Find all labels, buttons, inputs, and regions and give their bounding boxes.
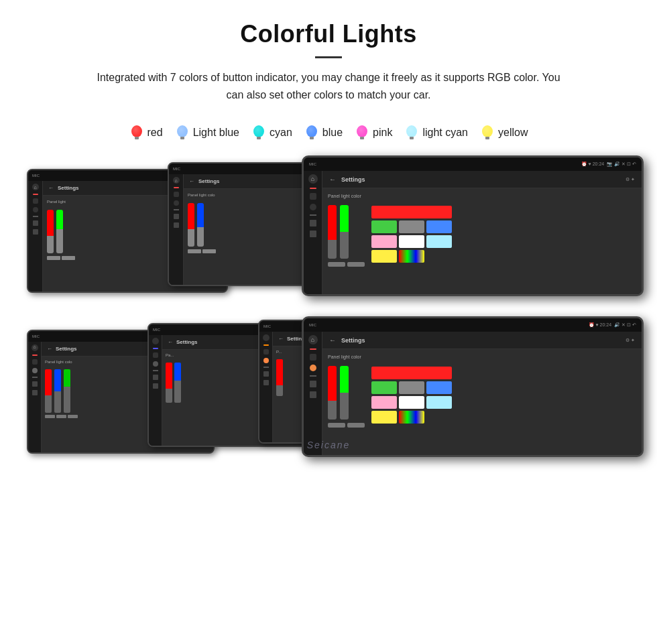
color-label-yellow: yellow bbox=[498, 127, 528, 139]
bulb-icon-red bbox=[129, 123, 144, 142]
screen-bottom-4: MIC ⏰ ♥ 20:24 🔊 ✕ ⊡ ↶ ⌂ bbox=[302, 316, 644, 457]
bottom-row-screens: MICRST ⌂ ← Settings ⚙ ✦ bbox=[13, 316, 644, 477]
watermark: Seicane bbox=[307, 440, 351, 450]
screen-top-3: MIC ⏰ ♥ 20:24 📷 🔊 ✕ ⊡ ↶ ⌂ bbox=[302, 155, 644, 296]
color-label-lightblue: Light blue bbox=[193, 127, 239, 139]
screens-container: MICRST ⌂ ← Settings ⚙ ✦ bbox=[0, 149, 657, 511]
bulb-icon-cyan bbox=[251, 123, 266, 142]
color-item-red: red bbox=[129, 123, 163, 142]
svg-point-5 bbox=[177, 125, 188, 137]
color-item-lightblue: Light blue bbox=[175, 123, 239, 142]
bulb-icon-blue bbox=[304, 123, 319, 142]
svg-point-11 bbox=[306, 125, 317, 137]
color-item-yellow: yellow bbox=[480, 123, 528, 142]
top-row-screens: MICRST ⌂ ← Settings ⚙ ✦ bbox=[13, 155, 644, 310]
svg-point-8 bbox=[253, 125, 264, 137]
color-label-lightcyan: light cyan bbox=[422, 127, 468, 139]
svg-point-20 bbox=[482, 125, 493, 137]
color-indicators-row: red Light blue cyan blue bbox=[0, 123, 657, 142]
color-label-cyan: cyan bbox=[270, 127, 292, 139]
color-item-pink: pink bbox=[355, 123, 392, 142]
color-label-blue: blue bbox=[322, 127, 343, 139]
bulb-icon-yellow bbox=[480, 123, 495, 142]
svg-point-14 bbox=[357, 125, 367, 137]
color-item-blue: blue bbox=[304, 123, 343, 142]
bulb-icon-pink bbox=[355, 123, 369, 142]
page-title: Colorful Lights bbox=[13, 20, 644, 48]
color-item-lightcyan: light cyan bbox=[404, 123, 468, 142]
bulb-icon-lightblue bbox=[175, 123, 190, 142]
bulb-icon-lightcyan bbox=[404, 123, 419, 142]
color-item-cyan: cyan bbox=[251, 123, 292, 142]
color-label-pink: pink bbox=[373, 127, 392, 139]
header-description: Integrated with 7 colors of button indic… bbox=[94, 69, 563, 103]
header-divider bbox=[315, 56, 342, 58]
page-header: Colorful Lights Integrated with 7 colors… bbox=[0, 0, 657, 110]
color-label-red: red bbox=[147, 127, 163, 139]
svg-point-2 bbox=[131, 125, 142, 137]
svg-point-17 bbox=[406, 125, 417, 137]
